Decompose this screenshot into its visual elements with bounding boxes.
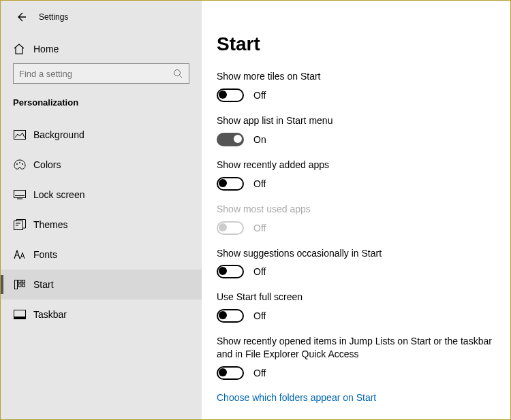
themes-icon	[13, 218, 27, 231]
nav-label: Lock screen	[33, 189, 84, 200]
home-nav[interactable]: Home	[1, 35, 202, 63]
svg-rect-12	[18, 284, 21, 287]
setting-item: Show recently added appsOff	[217, 159, 501, 191]
nav-themes[interactable]: Themes	[1, 210, 202, 240]
nav-label: Background	[33, 129, 84, 140]
setting-label: Show recently opened items in Jump Lists…	[217, 335, 501, 361]
setting-label: Show suggestions occasionally in Start	[217, 247, 501, 260]
svg-rect-13	[22, 284, 25, 287]
folders-link[interactable]: Choose which folders appear on Start	[217, 392, 501, 403]
background-icon	[13, 128, 27, 142]
window-title: Settings	[39, 12, 68, 22]
toggle-knob	[219, 91, 227, 99]
section-header: Personalization	[1, 96, 202, 120]
setting-item: Show more tiles on StartOff	[217, 70, 501, 102]
toggle-state-label: Off	[253, 310, 266, 321]
toggle-switch[interactable]	[217, 265, 244, 278]
toggle-knob	[234, 135, 242, 143]
toggle-state-label: Off	[253, 223, 266, 233]
setting-label: Show recently added apps	[217, 159, 501, 172]
lock-screen-icon	[13, 188, 27, 201]
setting-item: Show recently opened items in Jump Lists…	[217, 335, 501, 380]
svg-point-0	[174, 70, 181, 76]
svg-rect-9	[15, 280, 18, 289]
search-input[interactable]	[19, 69, 172, 79]
svg-rect-15	[14, 317, 26, 319]
nav-label: Taskbar	[33, 309, 67, 320]
search-box[interactable]	[13, 63, 189, 84]
nav-label: Colors	[33, 159, 61, 170]
toggle-switch[interactable]	[217, 177, 244, 191]
nav-start[interactable]: Start	[1, 270, 202, 300]
toggle-switch[interactable]	[217, 309, 244, 323]
toggle-state-label: Off	[253, 266, 266, 277]
colors-icon	[13, 158, 27, 172]
svg-rect-10	[18, 280, 21, 283]
toggle-row: Off	[217, 221, 501, 235]
search-icon	[172, 69, 183, 78]
search-container	[1, 63, 202, 96]
toggle-knob	[219, 311, 227, 319]
setting-item: Use Start full screenOff	[217, 291, 501, 323]
toggle-state-label: On	[253, 134, 266, 145]
toggle-state-label: Off	[253, 90, 266, 101]
nav-fonts[interactable]: Fonts	[1, 240, 202, 270]
nav-colors[interactable]: Colors	[1, 150, 202, 180]
toggle-row: On	[217, 133, 501, 146]
home-label: Home	[33, 44, 59, 54]
start-icon	[13, 278, 27, 291]
toggle-switch[interactable]	[217, 366, 244, 380]
page-title: Start	[217, 33, 501, 55]
settings-list: Show more tiles on StartOffShow app list…	[217, 70, 501, 380]
back-arrow-icon	[16, 12, 27, 22]
home-icon	[13, 43, 27, 55]
back-button[interactable]	[13, 9, 29, 25]
toggle-row: Off	[217, 88, 501, 102]
nav-lock-screen[interactable]: Lock screen	[1, 180, 202, 210]
svg-rect-6	[17, 199, 22, 199]
setting-item: Show app list in Start menuOn	[217, 114, 501, 146]
toggle-switch[interactable]	[217, 133, 244, 146]
setting-label: Show most used apps	[217, 203, 501, 216]
toggle-knob	[219, 267, 227, 275]
setting-item: Show most used appsOff	[217, 203, 501, 235]
toggle-state-label: Off	[253, 178, 266, 189]
setting-label: Show more tiles on Start	[217, 70, 501, 83]
svg-point-2	[16, 163, 18, 165]
nav-background[interactable]: Background	[1, 120, 202, 150]
svg-rect-5	[14, 191, 26, 198]
nav-label: Start	[33, 279, 54, 290]
svg-point-3	[19, 162, 20, 163]
setting-label: Show app list in Start menu	[217, 114, 501, 127]
toggle-row: Off	[217, 265, 501, 278]
nav-list: Background Colors Lock screen Themes Fon…	[1, 120, 202, 329]
titlebar: Settings	[1, 9, 202, 35]
toggle-knob	[219, 223, 227, 231]
svg-point-4	[22, 163, 23, 165]
fonts-icon	[13, 248, 27, 261]
toggle-row: Off	[217, 366, 501, 380]
nav-taskbar[interactable]: Taskbar	[1, 300, 202, 329]
sidebar: Settings Home Personalization Background…	[1, 1, 202, 419]
toggle-knob	[219, 179, 227, 187]
toggle-row: Off	[217, 309, 501, 323]
toggle-knob	[219, 368, 227, 376]
svg-rect-1	[14, 131, 26, 140]
toggle-row: Off	[217, 177, 501, 191]
setting-item: Show suggestions occasionally in StartOf…	[217, 247, 501, 279]
taskbar-icon	[13, 308, 27, 321]
toggle-state-label: Off	[253, 368, 266, 378]
svg-rect-7	[15, 195, 25, 196]
toggle-switch[interactable]	[217, 88, 244, 102]
toggle-switch	[217, 221, 244, 235]
nav-label: Themes	[33, 219, 68, 230]
main-content: Start Show more tiles on StartOffShow ap…	[202, 1, 510, 419]
setting-label: Use Start full screen	[217, 291, 501, 304]
svg-rect-11	[22, 280, 25, 283]
nav-label: Fonts	[33, 249, 57, 260]
